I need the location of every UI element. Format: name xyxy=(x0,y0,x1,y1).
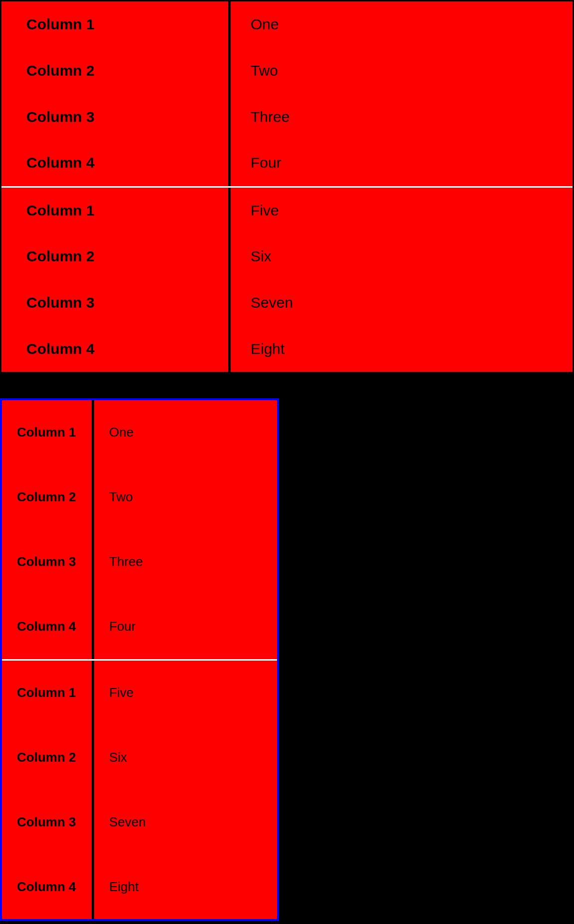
cell-left: Column 1 xyxy=(2,400,94,465)
top-group-1: Column 1 One Column 2 Two Column 3 Three… xyxy=(1,1,573,188)
cell-left: Column 1 xyxy=(1,1,231,48)
cell-left: Column 4 xyxy=(1,326,231,372)
bottom-table-container: Column 1 One Column 2 Two Column 3 Three… xyxy=(2,400,277,919)
cell-right: Six xyxy=(231,233,573,280)
table-row: Column 3 Three xyxy=(2,530,277,594)
top-table: Column 1 One Column 2 Two Column 3 Three… xyxy=(0,0,574,373)
cell-right: Eight xyxy=(94,854,277,919)
cell-left: Column 3 xyxy=(1,280,231,326)
cell-right: Two xyxy=(231,48,573,94)
cell-right: One xyxy=(94,400,277,465)
bottom-group-1: Column 1 One Column 2 Two Column 3 Three… xyxy=(2,400,277,661)
cell-right: Five xyxy=(231,188,573,234)
cell-left: Column 3 xyxy=(2,790,94,854)
table-row: Column 4 Eight xyxy=(1,326,573,372)
cell-left: Column 2 xyxy=(1,48,231,94)
table-row: Column 2 Two xyxy=(1,48,573,94)
cell-left: Column 1 xyxy=(2,661,94,725)
table-row: Column 2 Two xyxy=(2,465,277,530)
cell-right: One xyxy=(231,1,573,48)
cell-right: Three xyxy=(94,530,277,594)
table-row: Column 1 Five xyxy=(2,661,277,725)
cell-right: Five xyxy=(94,661,277,725)
table-row: Column 4 Four xyxy=(2,594,277,659)
table-row: Column 1 One xyxy=(1,1,573,48)
cell-right: Seven xyxy=(231,280,573,326)
cell-right: Eight xyxy=(231,326,573,372)
cell-left: Column 2 xyxy=(1,233,231,280)
top-group-2: Column 1 Five Column 2 Six Column 3 Seve… xyxy=(1,188,573,372)
cell-left: Column 3 xyxy=(2,530,94,594)
cell-right: Seven xyxy=(94,790,277,854)
cell-left: Column 3 xyxy=(1,94,231,140)
cell-left: Column 4 xyxy=(1,140,231,186)
table-row: Column 3 Three xyxy=(1,94,573,140)
table-row: Column 3 Seven xyxy=(1,280,573,326)
cell-right: Three xyxy=(231,94,573,140)
cell-left: Column 2 xyxy=(2,465,94,530)
cell-right: Two xyxy=(94,465,277,530)
cell-right: Four xyxy=(94,594,277,659)
cell-left: Column 1 xyxy=(1,188,231,234)
cell-right: Four xyxy=(231,140,573,186)
cell-left: Column 2 xyxy=(2,725,94,790)
cell-left: Column 4 xyxy=(2,594,94,659)
table-row: Column 4 Four xyxy=(1,140,573,186)
table-row: Column 1 Five xyxy=(1,188,573,234)
cell-right: Six xyxy=(94,725,277,790)
table-row: Column 4 Eight xyxy=(2,854,277,919)
table-row: Column 2 Six xyxy=(2,725,277,790)
table-row: Column 2 Six xyxy=(1,233,573,280)
cell-left: Column 4 xyxy=(2,854,94,919)
table-row: Column 1 One xyxy=(2,400,277,465)
top-table-container: Column 1 One Column 2 Two Column 3 Three… xyxy=(1,1,573,372)
table-row: Column 3 Seven xyxy=(2,790,277,854)
bottom-group-2: Column 1 Five Column 2 Six Column 3 Seve… xyxy=(2,661,277,920)
bottom-table: Column 1 One Column 2 Two Column 3 Three… xyxy=(0,398,279,921)
